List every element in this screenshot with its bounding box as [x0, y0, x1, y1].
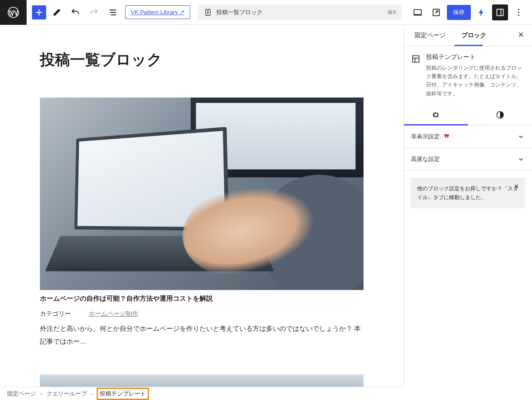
panel-hidden-label: 非表示設定	[411, 133, 440, 141]
add-block-button[interactable]	[32, 5, 46, 20]
settings-sidebar: 固定ページ ブロック 投稿テンプレート 投稿のレンダリングに使用されるブロック要…	[403, 25, 532, 387]
page-title[interactable]: 投稿一覧ブロック	[40, 50, 403, 70]
editor-canvas[interactable]: 投稿一覧ブロック	[0, 25, 403, 387]
panel-advanced-settings[interactable]: 高度な設定	[404, 148, 532, 171]
gear-icon	[431, 110, 440, 119]
post-template-icon	[411, 54, 421, 64]
kbd-shortcut: ⌘K	[387, 9, 396, 16]
close-icon	[517, 31, 525, 39]
redo-button[interactable]	[86, 4, 102, 20]
styles-notice: 他のブロック設定をお探しですか？「スタイル」タブに移動しました。	[411, 178, 525, 208]
block-breadcrumb: 固定ページ › クエリーループ › 投稿テンプレート	[0, 387, 403, 400]
main-area: 投稿一覧ブロック	[0, 25, 532, 387]
post-template[interactable]: ホームページの自作は可能？自作方法や運用コストを解説 カテゴリー ホームページ制…	[40, 98, 364, 387]
vk-pattern-library-link[interactable]: VK Pattern Library ↗	[125, 5, 190, 19]
vk-icon	[443, 133, 451, 140]
page-icon	[204, 8, 212, 16]
breadcrumb-query-loop[interactable]: クエリーループ	[47, 390, 87, 398]
svg-rect-22	[413, 56, 419, 63]
chevron-right-icon: ›	[40, 390, 42, 397]
subtab-styles[interactable]	[468, 105, 532, 125]
breadcrumb-page[interactable]: 固定ページ	[7, 390, 36, 398]
panel-hidden-settings[interactable]: 非表示設定	[404, 125, 532, 148]
editor-topbar: VK Pattern Library ↗ 投稿一覧ブロック ⌘K 保存	[0, 0, 532, 25]
svg-point-6	[518, 12, 520, 13]
chevron-down-icon	[517, 133, 525, 141]
notice-text: 他のブロック設定をお探しですか？「スタイル」タブに移動しました。	[417, 185, 518, 200]
chevron-right-icon: ›	[91, 390, 93, 397]
wp-logo[interactable]	[0, 0, 27, 25]
dismiss-notice-button[interactable]	[513, 183, 520, 192]
breadcrumb-post-template[interactable]: 投稿テンプレート	[98, 389, 148, 399]
svg-point-5	[518, 9, 520, 10]
document-title-text: 投稿一覧ブロック	[216, 8, 262, 16]
contrast-icon	[496, 110, 505, 119]
topbar-left: VK Pattern Library ↗	[27, 4, 196, 20]
jetpack-icon[interactable]	[473, 4, 489, 20]
tab-page[interactable]: 固定ページ	[411, 25, 449, 46]
settings-sidebar-toggle[interactable]	[492, 4, 508, 20]
svg-rect-2	[414, 9, 422, 14]
topbar-right: 保存	[404, 4, 532, 20]
featured-image-2[interactable]	[40, 374, 364, 387]
save-button[interactable]: 保存	[447, 5, 471, 20]
external-preview-button[interactable]	[428, 4, 444, 20]
edit-icon[interactable]	[49, 4, 65, 20]
post-excerpt[interactable]: 外注だと高いから、何とか自分でホームページを作りたいと考えている方は多いのではな…	[40, 322, 364, 348]
list-view-button[interactable]	[105, 4, 121, 20]
close-icon	[513, 183, 520, 189]
category-label: カテゴリー	[40, 310, 71, 318]
svg-rect-4	[497, 9, 504, 16]
close-sidebar-button[interactable]	[517, 31, 525, 40]
svg-point-7	[518, 14, 520, 16]
featured-image[interactable]	[40, 98, 364, 290]
sidebar-subtabs	[404, 105, 532, 125]
undo-button[interactable]	[67, 4, 83, 20]
tab-block[interactable]: ブロック	[458, 25, 490, 46]
topbar-center: 投稿一覧ブロック ⌘K	[196, 4, 404, 20]
block-info: 投稿テンプレート 投稿のレンダリングに使用されるブロック要素を含みます。たとえば…	[404, 46, 532, 105]
post-meta: カテゴリー ホームページ制作	[40, 310, 364, 318]
post-title[interactable]: ホームページの自作は可能？自作方法や運用コストを解説	[40, 294, 364, 303]
panel-advanced-label: 高度な設定	[411, 155, 440, 163]
sidebar-tabs: 固定ページ ブロック	[404, 25, 532, 46]
document-title-bar[interactable]: 投稿一覧ブロック ⌘K	[198, 4, 402, 20]
category-link[interactable]: ホームページ制作	[89, 310, 138, 318]
more-menu-button[interactable]	[511, 4, 527, 20]
subtab-settings[interactable]	[404, 105, 468, 125]
block-description: 投稿のレンダリングに使用されるブロック要素を含みます。たとえばタイトル、日付、ア…	[426, 64, 525, 98]
chevron-down-icon	[517, 155, 525, 163]
device-preview-button[interactable]	[410, 4, 426, 20]
block-name: 投稿テンプレート	[426, 53, 525, 61]
